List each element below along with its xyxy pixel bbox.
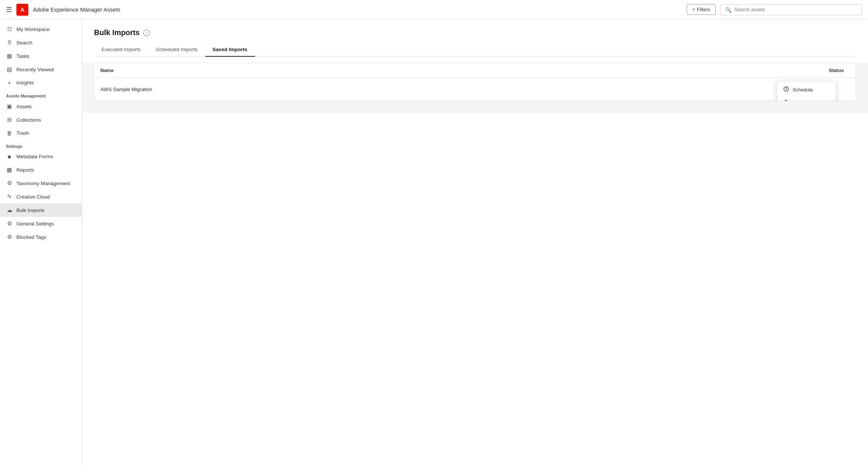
menu-label-check: Check xyxy=(793,100,806,102)
tab-executed-imports[interactable]: Executed Imports xyxy=(94,43,148,57)
sidebar-label-collections: Collections xyxy=(16,117,41,123)
search-box: 🔍 xyxy=(720,4,862,15)
sidebar-label-assets: Assets xyxy=(16,104,32,109)
sidebar-item-general-settings[interactable]: ⚙ General Settings xyxy=(0,217,82,230)
taxonomy-icon: ⚙ xyxy=(6,180,13,187)
app-title: Adobe Experience Manager Assets xyxy=(33,6,120,13)
tabs: Executed Imports Scheduled Imports Saved… xyxy=(94,43,856,57)
sidebar-label-recently-viewed: Recently Viewed xyxy=(16,67,54,72)
general-settings-icon: ⚙ xyxy=(6,220,13,227)
sidebar-label-search: Search xyxy=(16,40,32,46)
page-title: Bulk Imports xyxy=(94,28,140,37)
filters-button[interactable]: ▿ Filters xyxy=(687,4,716,15)
section-settings: Settings xyxy=(0,140,82,150)
search-icon: 🔍 xyxy=(725,7,731,13)
column-status-header: Status xyxy=(775,68,850,73)
table-header: Name Status xyxy=(94,63,856,78)
insights-icon: ▪ xyxy=(6,79,13,86)
sidebar-item-taxonomy-management[interactable]: ⚙ Taxonomy Management xyxy=(0,177,82,190)
reports-icon: ▩ xyxy=(6,166,13,173)
tab-scheduled-imports[interactable]: Scheduled Imports xyxy=(148,43,205,57)
table-row: AWS Sample Migration ⋯ Created xyxy=(94,78,856,101)
sidebar-item-reports[interactable]: ▩ Reports xyxy=(0,163,82,177)
sidebar-label-tasks: Tasks xyxy=(16,53,29,59)
page-header: Bulk Imports i xyxy=(82,19,868,37)
topbar-actions: ▿ Filters 🔍 xyxy=(687,4,862,15)
assets-icon: ▣ xyxy=(6,103,13,110)
check-icon xyxy=(783,100,789,101)
sidebar-label-insights: Insights xyxy=(16,80,34,85)
sidebar-item-blocked-tags[interactable]: ⚙ Blocked Tags xyxy=(0,230,82,244)
topbar: ☰ A Adobe Experience Manager Assets ▿ Fi… xyxy=(0,0,868,19)
hamburger-icon[interactable]: ☰ xyxy=(6,6,12,14)
svg-point-1 xyxy=(784,100,789,101)
column-name-header: Name xyxy=(100,68,775,73)
section-assets-management: Assets Management xyxy=(0,89,82,100)
sidebar-label-blocked-tags: Blocked Tags xyxy=(16,234,46,240)
sidebar: ☷ My Workspace ⚲ Search ▦ Tasks ▧ Recent… xyxy=(0,19,82,465)
menu-item-check[interactable]: Check xyxy=(777,96,836,101)
main-content: Bulk Imports i Executed Imports Schedule… xyxy=(82,19,868,465)
sidebar-item-trash[interactable]: 🗑 Trash xyxy=(0,127,82,140)
sidebar-item-tasks[interactable]: ▦ Tasks xyxy=(0,49,82,63)
recently-viewed-icon: ▧ xyxy=(6,66,13,73)
sidebar-item-collections[interactable]: ⊞ Collections xyxy=(0,113,82,127)
workspace-icon: ☷ xyxy=(6,26,13,32)
info-icon[interactable]: i xyxy=(143,29,150,36)
tasks-icon: ▦ xyxy=(6,53,13,59)
metadata-forms-icon: ■ xyxy=(6,153,13,160)
schedule-icon xyxy=(783,86,789,93)
tab-saved-imports[interactable]: Saved Imports xyxy=(205,43,255,57)
collections-icon: ⊞ xyxy=(6,116,13,123)
body-layout: ☷ My Workspace ⚲ Search ▦ Tasks ▧ Recent… xyxy=(0,19,868,465)
table-wrapper: Name Status AWS Sample Migration ⋯ Creat… xyxy=(94,63,856,101)
sidebar-label-bulk-imports: Bulk Imports xyxy=(16,207,44,213)
sidebar-item-my-workspace[interactable]: ☷ My Workspace xyxy=(0,22,82,36)
content-area: Bulk Imports i Executed Imports Schedule… xyxy=(82,19,868,465)
sidebar-label-my-workspace: My Workspace xyxy=(16,26,50,32)
search-input[interactable] xyxy=(734,7,857,12)
sidebar-item-search[interactable]: ⚲ Search xyxy=(0,36,82,49)
sidebar-label-reports: Reports xyxy=(16,167,34,173)
sidebar-item-creative-cloud[interactable]: ✎ Creative Cloud xyxy=(0,190,82,203)
trash-icon: 🗑 xyxy=(6,130,13,136)
menu-item-schedule[interactable]: Schedule xyxy=(777,83,836,96)
creative-cloud-icon: ✎ xyxy=(6,193,13,200)
sidebar-item-recently-viewed[interactable]: ▧ Recently Viewed xyxy=(0,63,82,76)
menu-label-schedule: Schedule xyxy=(793,87,813,93)
sidebar-item-bulk-imports[interactable]: ☁ Bulk Imports xyxy=(0,203,82,217)
search-icon: ⚲ xyxy=(6,39,13,46)
row-name-aws-migration: AWS Sample Migration xyxy=(100,87,794,92)
sidebar-label-metadata-forms: Metadata Forms xyxy=(16,154,53,159)
blocked-tags-icon: ⚙ xyxy=(6,234,13,240)
sidebar-item-insights[interactable]: ▪ Insights xyxy=(0,76,82,89)
sidebar-item-metadata-forms[interactable]: ■ Metadata Forms xyxy=(0,150,82,163)
table-area: Name Status AWS Sample Migration ⋯ Creat… xyxy=(82,63,868,113)
adobe-logo: A xyxy=(16,4,28,16)
sidebar-label-creative-cloud: Creative Cloud xyxy=(16,194,50,200)
bulk-imports-icon: ☁ xyxy=(6,207,13,213)
sidebar-label-trash: Trash xyxy=(16,130,29,136)
context-menu: Schedule Check xyxy=(777,81,836,101)
sidebar-item-assets[interactable]: ▣ Assets xyxy=(0,100,82,113)
sidebar-label-general-settings: General Settings xyxy=(16,221,54,227)
filter-icon: ▿ xyxy=(692,7,695,12)
sidebar-label-taxonomy-management: Taxonomy Management xyxy=(16,181,70,186)
